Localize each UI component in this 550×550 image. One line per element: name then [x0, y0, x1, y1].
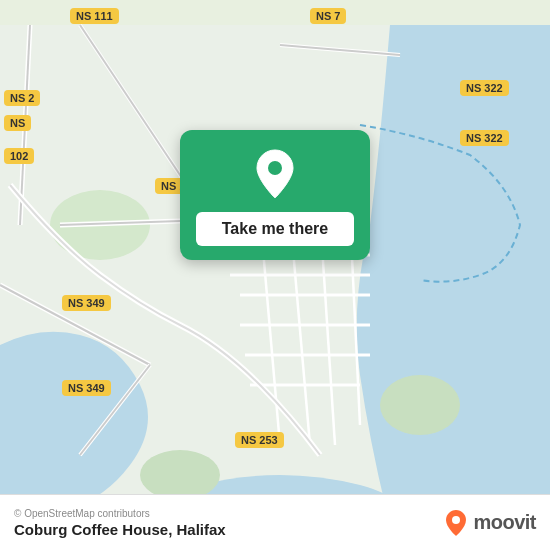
take-me-there-button[interactable]: Take me there: [196, 212, 354, 246]
moovit-logo: moovit: [444, 509, 536, 537]
road-label-ns322a: NS 322: [460, 80, 509, 96]
copyright-text: © OpenStreetMap contributors: [14, 508, 226, 519]
road-label-ns349a: NS 349: [62, 295, 111, 311]
map-container: NS 111NS 7NS 2NS 10NS 322NS 322NS 349NS …: [0, 0, 550, 550]
svg-point-28: [268, 161, 282, 175]
location-name: Coburg Coffee House, Halifax: [14, 521, 226, 538]
card-overlay: Take me there: [180, 130, 370, 260]
road-label-ns253: NS 253: [235, 432, 284, 448]
svg-point-29: [452, 516, 460, 524]
road-label-ns349b: NS 349: [62, 380, 111, 396]
svg-point-1: [380, 375, 460, 435]
bottom-bar: © OpenStreetMap contributors Coburg Coff…: [0, 494, 550, 550]
svg-point-3: [140, 450, 220, 500]
road-label-ns102: 102: [4, 148, 34, 164]
road-label-ns-ns: NS: [4, 115, 31, 131]
road-label-ns322b: NS 322: [460, 130, 509, 146]
road-label-ns7: NS 7: [310, 8, 346, 24]
road-label-ns2: NS 2: [4, 90, 40, 106]
bottom-left-info: © OpenStreetMap contributors Coburg Coff…: [14, 508, 226, 538]
road-label-ns111: NS 111: [70, 8, 119, 24]
moovit-pin-icon: [444, 509, 468, 537]
location-pin-icon: [253, 148, 297, 204]
moovit-text: moovit: [473, 511, 536, 534]
